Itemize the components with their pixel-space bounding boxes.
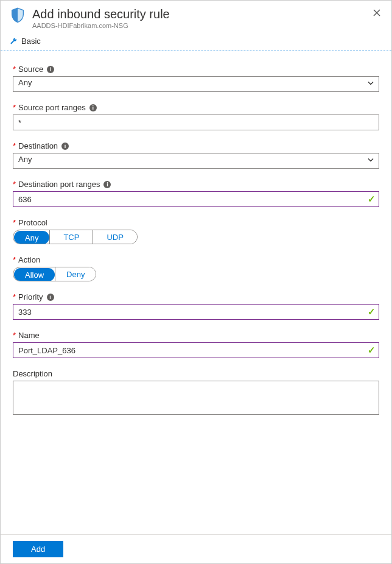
- info-icon[interactable]: i: [89, 104, 97, 111]
- page-title: Add inbound security rule: [32, 7, 170, 21]
- add-button[interactable]: Add: [13, 541, 63, 557]
- info-icon[interactable]: i: [103, 181, 111, 188]
- required-marker: *: [13, 255, 16, 264]
- field-priority: * Priority i ✓: [13, 292, 379, 320]
- wrench-icon: [9, 37, 18, 46]
- label-destination: Destination: [18, 141, 58, 150]
- label-priority: Priority: [18, 292, 43, 301]
- label-action: Action: [18, 255, 40, 264]
- source-select[interactable]: Any: [13, 76, 379, 92]
- source-port-input[interactable]: [13, 115, 379, 130]
- info-icon[interactable]: i: [47, 66, 54, 73]
- field-name: * Name ✓: [13, 331, 379, 358]
- close-button[interactable]: [371, 7, 383, 20]
- info-icon[interactable]: i: [47, 294, 54, 301]
- field-destination: * Destination i Any: [13, 141, 379, 169]
- label-name: Name: [18, 331, 40, 340]
- label-source: Source: [18, 65, 43, 74]
- protocol-udp[interactable]: UDP: [93, 230, 136, 244]
- required-marker: *: [13, 103, 16, 112]
- action-toggle: Allow Deny: [13, 267, 96, 281]
- field-source-port: * Source port ranges i: [13, 103, 379, 130]
- required-marker: *: [13, 218, 16, 227]
- action-deny[interactable]: Deny: [55, 267, 96, 281]
- shield-icon: [9, 7, 26, 24]
- page-subtitle: AADDS-HDIFabrikam.com-NSG: [32, 22, 170, 29]
- protocol-toggle: Any TCP UDP: [13, 230, 138, 244]
- required-marker: *: [13, 180, 16, 189]
- panel-header: Add inbound security rule AADDS-HDIFabri…: [1, 1, 391, 33]
- required-marker: *: [13, 65, 16, 74]
- footer: Add: [1, 534, 391, 563]
- description-textarea[interactable]: [13, 381, 379, 415]
- priority-input[interactable]: [13, 304, 379, 320]
- dest-port-input[interactable]: [13, 191, 379, 207]
- basic-toggle[interactable]: Basic: [21, 37, 41, 46]
- form: * Source i Any * Source port ranges i * …: [1, 51, 391, 434]
- field-protocol: * Protocol Any TCP UDP: [13, 218, 379, 244]
- name-input[interactable]: [13, 342, 379, 358]
- label-source-port: Source port ranges: [18, 103, 86, 112]
- field-dest-port: * Destination port ranges i ✓: [13, 180, 379, 207]
- field-source: * Source i Any: [13, 65, 379, 92]
- info-icon[interactable]: i: [61, 143, 69, 150]
- field-action: * Action Allow Deny: [13, 255, 379, 281]
- required-marker: *: [13, 331, 16, 340]
- required-marker: *: [13, 292, 16, 301]
- label-dest-port: Destination port ranges: [18, 180, 100, 189]
- action-allow[interactable]: Allow: [14, 268, 55, 281]
- label-protocol: Protocol: [18, 218, 47, 227]
- protocol-tcp[interactable]: TCP: [49, 230, 93, 244]
- close-icon: [373, 9, 380, 16]
- field-description: Description: [13, 369, 379, 417]
- protocol-any[interactable]: Any: [14, 231, 49, 244]
- toolbar: Basic: [1, 33, 391, 51]
- label-description: Description: [13, 369, 52, 378]
- destination-select[interactable]: Any: [13, 153, 379, 169]
- required-marker: *: [13, 141, 16, 150]
